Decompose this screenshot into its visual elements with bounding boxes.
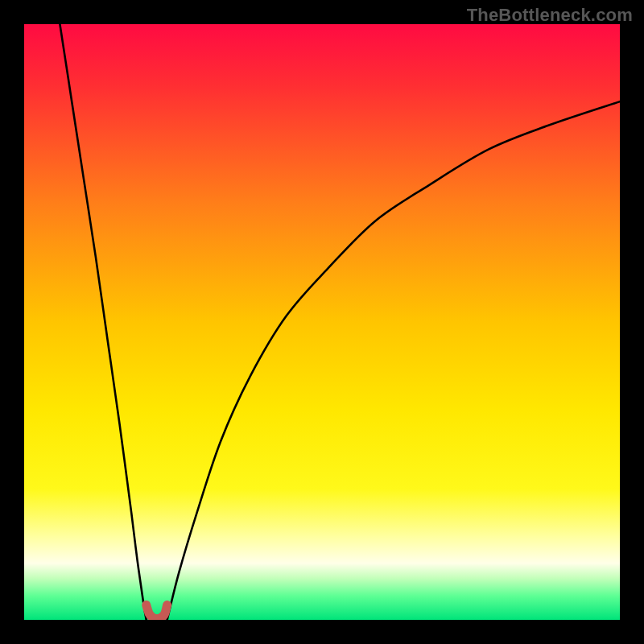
- chart-frame: TheBottleneck.com: [0, 0, 644, 644]
- watermark-text: TheBottleneck.com: [467, 5, 633, 26]
- chart-curves: [24, 24, 620, 620]
- minimum-marker: [147, 605, 167, 619]
- curve-right-branch: [167, 101, 620, 620]
- curve-left-branch: [60, 24, 146, 620]
- plot-area: [24, 24, 620, 620]
